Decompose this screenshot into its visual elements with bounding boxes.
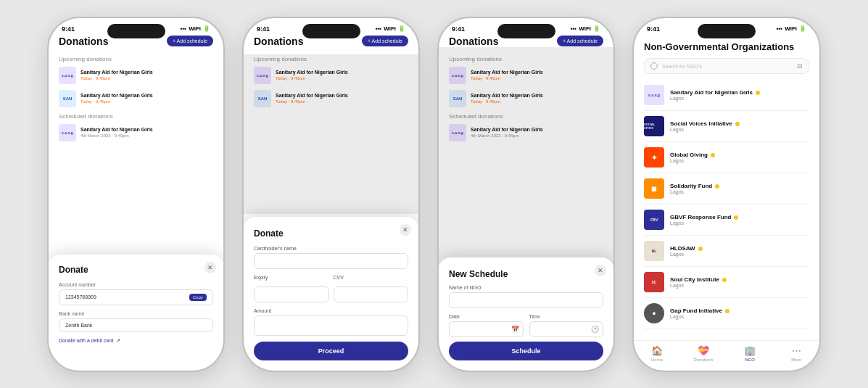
amount-input[interactable] — [254, 315, 408, 336]
ngo-header: Non-Governmental Organizations Search fo… — [634, 36, 819, 75]
screen-content-1: Donations + Add schedule Upcoming donati… — [49, 36, 223, 360]
status-time-1: 9:41 — [62, 25, 75, 33]
ngo-item-social[interactable]: SOCIAL CITIES Social Voices Initiative L… — [644, 111, 809, 142]
external-link-icon: ↗ — [116, 338, 120, 344]
add-schedule-button-3[interactable]: + Add schedule — [557, 36, 603, 46]
donate-account-modal: ✕ Donate Account number 12345768909 Copy… — [49, 255, 223, 360]
solidarity-verified-dot — [715, 184, 719, 189]
expiry-input[interactable] — [254, 286, 329, 302]
cvv-input[interactable] — [334, 286, 409, 302]
nav-more[interactable]: ⋯ More — [773, 345, 819, 362]
ngo-search-bar[interactable]: Search for NGO's ⊟ — [644, 58, 809, 74]
time-input[interactable]: 🕐 — [529, 321, 604, 337]
status-icons-2: ▪▪▪WiFi🔋 — [376, 25, 405, 32]
account-number-label: Account number — [59, 282, 213, 287]
sang-ngo-info: Sanitary Aid for Nigerian Girls Lagos — [670, 89, 809, 101]
date-input[interactable]: 📅 — [449, 321, 524, 337]
ngo-list: s.a.n.g Sanitary Aid for Nigerian Girls … — [634, 80, 819, 329]
sang-ngo-logo: s.a.n.g — [644, 85, 664, 105]
ngo-item-gbvf[interactable]: CBV GBVF Response Fund Lagos — [644, 205, 809, 236]
solidarity-ngo-name: Solidarity Fund — [670, 183, 712, 189]
copy-button[interactable]: Copy — [189, 294, 207, 301]
solidarity-ngo-info: Solidarity Fund Lagos — [670, 183, 809, 194]
ngo-item-soul[interactable]: SC Soul City Institute Lagos — [644, 267, 809, 298]
ngo-item-hldsaw[interactable]: HL HLDSAW Lagos — [644, 236, 809, 267]
global-name-row: Global Giving — [670, 152, 809, 158]
sang-ngo-name: Sanitary Aid for Nigerian Girls — [670, 89, 753, 96]
donation-info-2: Sanitary Aid for Nigerian Girls Today · … — [80, 93, 213, 103]
donate-card-modal: ✕ Donate Cardholder's name Expiry CVV Am… — [244, 217, 418, 371]
bottom-nav: 🏠 Home 💝 Donations 🏢 NGO ⋯ More — [634, 340, 819, 371]
status-icons-4: ▪▪▪WiFi🔋 — [777, 25, 806, 32]
status-icons-1: ▪▪▪WiFi🔋 — [181, 25, 210, 32]
cvv-field: CVV — [334, 275, 409, 302]
modal-close-3[interactable]: ✕ — [595, 265, 606, 276]
sang-logo-1: s.a.n.g — [59, 67, 76, 84]
hldsaw-name-row: HLDSAW — [670, 245, 809, 252]
hldsaw-ngo-info: HLDSAW Lagos — [670, 245, 809, 257]
hldsaw-ngo-logo: HL — [644, 241, 664, 261]
ngo-item-gap[interactable]: ● Gap Fund Initiative Lagos — [644, 298, 809, 329]
expiry-cvv-row: Expiry CVV — [254, 275, 408, 308]
search-icon — [650, 62, 658, 70]
expiry-label: Expiry — [254, 275, 329, 280]
filter-icon[interactable]: ⊟ — [797, 62, 803, 70]
home-label: Home — [651, 358, 663, 362]
schedule-button[interactable]: Schedule — [449, 342, 603, 360]
phone-notch-4 — [698, 24, 756, 38]
global-location: Lagos — [670, 158, 809, 163]
date-field: Date 📅 — [449, 314, 524, 337]
modal-close-1[interactable]: ✕ — [204, 262, 216, 273]
status-icons-3: ▪▪▪WiFi🔋 — [571, 25, 600, 32]
amount-label: Amount — [254, 308, 408, 313]
sang-location: Lagos — [670, 96, 809, 101]
soul-verified-dot — [722, 278, 727, 282]
account-number-field: 12345768909 Copy — [59, 289, 213, 305]
solidarity-name-row: Solidarity Fund — [670, 183, 809, 189]
phone-notch-2 — [302, 24, 360, 38]
date-time-row: Date 📅 Time 🕐 — [449, 314, 603, 337]
ngo-item-global[interactable]: ✦ Global Giving Lagos — [644, 142, 809, 173]
global-ngo-logo: ✦ — [644, 147, 664, 168]
ngo-item-solidarity[interactable]: ▦ Solidarity Fund Lagos — [644, 173, 809, 205]
amount-field: Amount — [254, 308, 408, 336]
sang-verified-dot — [756, 91, 760, 95]
search-placeholder: Search for NGO's — [662, 64, 793, 69]
nav-home[interactable]: 🏠 Home — [634, 345, 680, 362]
cardholder-input[interactable] — [254, 253, 408, 269]
donation-date-2: Today · 9:45pm — [80, 99, 213, 104]
donation-item-2: SAN Sanitary Aid for Nigerian Girls Toda… — [59, 90, 213, 107]
modal-close-2[interactable]: ✕ — [400, 224, 411, 236]
donations-title-3: Donations — [449, 36, 498, 47]
ngo-name-input[interactable] — [449, 292, 603, 308]
ngo-item-sang[interactable]: s.a.n.g Sanitary Aid for Nigerian Girls … — [644, 80, 809, 111]
schedule-modal-title: New Schedule — [449, 269, 603, 279]
cardholder-field: Cardholder's name — [254, 246, 408, 269]
gap-ngo-logo: ● — [644, 303, 664, 323]
phone-notch-1 — [107, 24, 165, 38]
donations-label: Donations — [693, 358, 713, 362]
global-verified-dot — [711, 153, 715, 157]
ngo-name-label: Name of NGO — [449, 285, 603, 290]
clock-icon: 🕐 — [591, 326, 599, 333]
gbvf-location: Lagos — [670, 220, 809, 226]
ngo-label: NGO — [745, 358, 755, 362]
ngo-icon: 🏢 — [744, 345, 756, 356]
scheduled-name-1: Sanitary Aid for Nigerian Girls — [80, 127, 213, 133]
add-schedule-button-1[interactable]: + Add schedule — [167, 36, 213, 46]
nav-ngo[interactable]: 🏢 NGO — [727, 345, 773, 362]
bank-name-field: Zenith Bank — [59, 318, 213, 332]
gap-name-row: Gap Fund Initiative — [670, 307, 809, 314]
debit-card-link[interactable]: Donate with a debit card ↗ — [59, 338, 213, 344]
proceed-button[interactable]: Proceed — [254, 342, 408, 360]
soul-ngo-logo: SC — [644, 272, 664, 292]
dim-overlay-3 — [439, 47, 613, 265]
nav-donations[interactable]: 💝 Donations — [680, 345, 727, 362]
date-label: Date — [449, 314, 524, 319]
social-verified-dot — [735, 122, 740, 126]
add-schedule-button-2[interactable]: + Add schedule — [362, 36, 408, 46]
solidarity-location: Lagos — [670, 189, 809, 194]
donation-name-2: Sanitary Aid for Nigerian Girls — [80, 93, 213, 99]
phone-notch-3 — [497, 24, 555, 38]
social-ngo-name: Social Voices Initiative — [670, 120, 732, 127]
